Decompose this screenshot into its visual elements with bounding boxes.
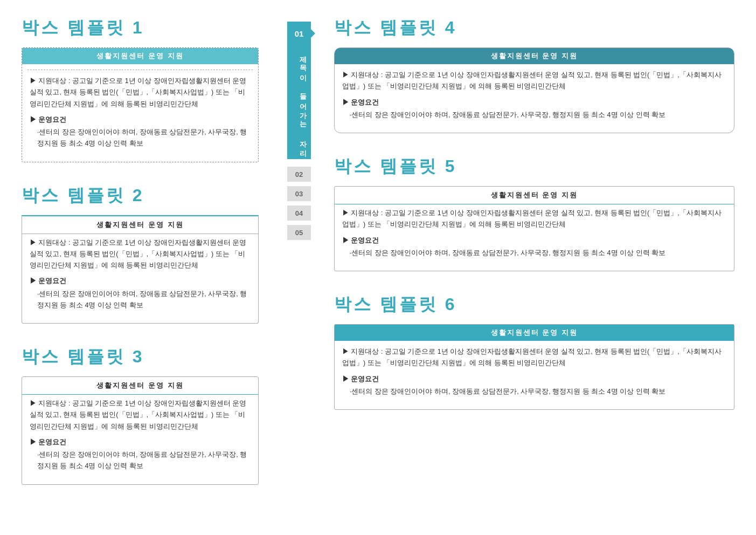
- template-5-box: 생활지원센터 운영 지원 ▶ 지원대상 : 공고일 기준으로 1년 이상 장애인…: [334, 186, 734, 271]
- template-6-support-label: ▶ 지원대상 :: [342, 348, 383, 355]
- template-3-condition-label: ▶ 운영요건: [30, 437, 251, 448]
- template-6-support: ▶ 지원대상 : 공고일 기준으로 1년 이상 장애인자립생활지원센터 운영 실…: [342, 346, 726, 369]
- template-5-support: ▶ 지원대상 : 공고일 기준으로 1년 이상 장애인자립생활지원센터 운영 실…: [342, 208, 726, 231]
- template-1: 박스 템플릿 1 생활지원센터 운영 지원 ▶ 지원대상 : 공고일 기준으로 …: [22, 16, 259, 162]
- template-3-support: ▶ 지원대상 : 공고일 기준으로 1년 이상 장애인자립생활지원센터 운영 실…: [30, 398, 251, 433]
- template-5-condition-text: ·센터의 장은 장애인이어야 하며, 장애동료 상담전문가, 사무국장, 행정지…: [342, 248, 726, 259]
- template-3-condition-text: ·센터의 장은 장애인이어야 하며, 장애동료 상담전문가, 사무국장, 행정지…: [30, 449, 251, 472]
- template-2-title: 박스 템플릿 2: [22, 184, 259, 208]
- vertical-text: 제목이 들어가는 자리: [287, 45, 311, 159]
- left-panel: 박스 템플릿 1 생활지원센터 운영 지원 ▶ 지원대상 : 공고일 기준으로 …: [0, 0, 275, 535]
- template-6-condition-label: ▶ 운영요건: [342, 374, 726, 385]
- template-3: 박스 템플릿 3 생활지원센터 운영 지원 ▶ 지원대상 : 공고일 기준으로 …: [22, 345, 259, 485]
- template-4-support-text: 공고일 기준으로 1년 이상 장애인자립생활지원센터 운영 실적 있고, 현재 …: [342, 71, 722, 90]
- number-active: 01: [287, 22, 311, 45]
- template-1-separator: [27, 70, 253, 70]
- template-5-condition-label: ▶ 운영요건: [342, 235, 726, 246]
- template-1-header: 생활지원센터 운영 지원: [22, 48, 258, 64]
- template-4-title: 박스 템플릿 4: [334, 16, 734, 40]
- template-3-title: 박스 템플릿 3: [22, 345, 259, 369]
- template-2: 박스 템플릿 2 생활지원센터 운영 지원 ▶ 지원대상 : 공고일 기준으로 …: [22, 184, 259, 324]
- template-2-condition-text: ·센터의 장은 장애인이어야 하며, 장애동료 상담전문가, 사무국장, 행정지…: [30, 289, 251, 312]
- template-6-header: 생활지원센터 운영 지원: [335, 325, 734, 341]
- template-6-condition-text: ·센터의 장은 장애인이어야 하며, 장애동료 상담전문가, 사무국장, 행정지…: [342, 386, 726, 397]
- template-5-body: ▶ 지원대상 : 공고일 기준으로 1년 이상 장애인자립생활지원센터 운영 실…: [335, 208, 734, 259]
- number-badge-05: 05: [287, 225, 311, 240]
- template-4-header: 생활지원센터 운영 지원: [335, 48, 734, 64]
- template-5-title: 박스 템플릿 5: [334, 155, 734, 179]
- template-2-body: ▶ 지원대상 : 공고일 기준으로 1년 이상 장애인자립생활지원센터 운영 실…: [22, 237, 258, 312]
- template-6-body: ▶ 지원대상 : 공고일 기준으로 1년 이상 장애인자립생활지원센터 운영 실…: [335, 346, 734, 397]
- template-2-box: 생활지원센터 운영 지원 ▶ 지원대상 : 공고일 기준으로 1년 이상 장애인…: [22, 215, 259, 324]
- template-3-support-label: ▶ 지원대상 :: [30, 400, 70, 407]
- template-1-support-label: ▶ 지원대상 :: [30, 77, 70, 85]
- template-2-condition-label: ▶ 운영요건: [30, 276, 251, 287]
- number-badge-02: 02: [287, 167, 311, 182]
- template-1-support: ▶ 지원대상 : 공고일 기준으로 1년 이상 장애인자립생활지원센터 운영 실…: [30, 76, 251, 110]
- template-4: 박스 템플릿 4 생활지원센터 운영 지원 ▶ 지원대상 : 공고일 기준으로 …: [334, 16, 734, 133]
- template-2-support: ▶ 지원대상 : 공고일 기준으로 1년 이상 장애인자립생활지원센터 운영 실…: [30, 237, 251, 272]
- template-3-box: 생활지원센터 운영 지원 ▶ 지원대상 : 공고일 기준으로 1년 이상 장애인…: [22, 376, 259, 485]
- center-strip: 01 제목이 들어가는 자리 02 03 04 05: [275, 0, 323, 535]
- template-5-support-text: 공고일 기준으로 1년 이상 장애인자립생활지원센터 운영 실적 있고, 현재 …: [342, 209, 722, 228]
- template-4-condition-text: ·센터의 장은 장애인이어야 하며, 장애동료 상담전문가, 사무국장, 행정지…: [342, 109, 726, 121]
- template-6-box: 생활지원센터 운영 지원 ▶ 지원대상 : 공고일 기준으로 1년 이상 장애인…: [334, 324, 734, 410]
- template-5-header: 생활지원센터 운영 지원: [335, 187, 734, 204]
- template-4-body: ▶ 지원대상 : 공고일 기준으로 1년 이상 장애인자립생활지원센터 운영 실…: [335, 70, 734, 121]
- template-1-condition-label: ▶ 운영요건: [30, 114, 251, 126]
- template-6-support-text: 공고일 기준으로 1년 이상 장애인자립생활지원센터 운영 실적 있고, 현재 …: [342, 348, 722, 367]
- template-5: 박스 템플릿 5 생활지원센터 운영 지원 ▶ 지원대상 : 공고일 기준으로 …: [334, 155, 734, 271]
- template-1-condition-text: ·센터의 장은 장애인이어야 하며, 장애동료 상담전문가, 사무국장, 행정지…: [30, 127, 251, 150]
- template-3-body: ▶ 지원대상 : 공고일 기준으로 1년 이상 장애인자립생활지원센터 운영 실…: [22, 398, 258, 472]
- number-item-01: 01 제목이 들어가는 자리: [275, 22, 323, 159]
- template-5-support-label: ▶ 지원대상 :: [342, 209, 383, 217]
- template-1-body: ▶ 지원대상 : 공고일 기준으로 1년 이상 장애인자립생활지원센터 운영 실…: [22, 76, 258, 150]
- template-4-condition-label: ▶ 운영요건: [342, 97, 726, 108]
- number-badge-03: 03: [287, 186, 311, 201]
- template-4-support-label: ▶ 지원대상 :: [342, 71, 383, 79]
- template-6: 박스 템플릿 6 생활지원센터 운영 지원 ▶ 지원대상 : 공고일 기준으로 …: [334, 293, 734, 410]
- template-1-title: 박스 템플릿 1: [22, 16, 259, 40]
- template-4-box: 생활지원센터 운영 지원 ▶ 지원대상 : 공고일 기준으로 1년 이상 장애인…: [334, 47, 734, 133]
- number-badge-04: 04: [287, 205, 311, 221]
- template-6-title: 박스 템플릿 6: [334, 293, 734, 317]
- right-panel: 박스 템플릿 4 생활지원센터 운영 지원 ▶ 지원대상 : 공고일 기준으로 …: [323, 0, 756, 535]
- number-group-inactive: 02 03 04 05: [287, 164, 311, 240]
- template-2-support-label: ▶ 지원대상 :: [30, 239, 70, 246]
- template-3-header: 생활지원센터 운영 지원: [22, 377, 258, 395]
- template-2-header: 생활지원센터 운영 지원: [22, 216, 258, 234]
- template-4-support: ▶ 지원대상 : 공고일 기준으로 1년 이상 장애인자립생활지원센터 운영 실…: [342, 70, 726, 93]
- template-1-box: 생활지원센터 운영 지원 ▶ 지원대상 : 공고일 기준으로 1년 이상 장애인…: [22, 47, 259, 162]
